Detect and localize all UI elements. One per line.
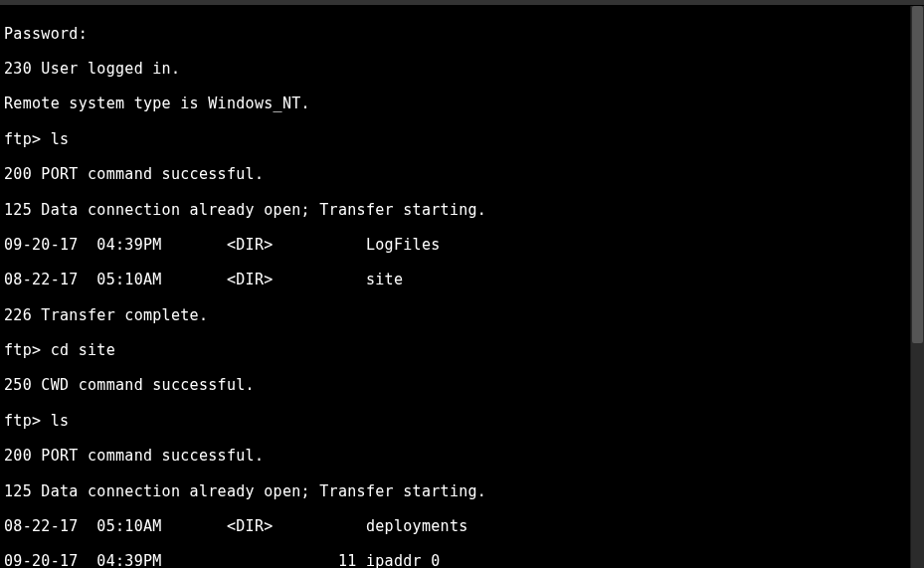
- ftp-command: ls: [51, 130, 70, 148]
- ftp-command-line: ftp> cd site: [4, 342, 920, 360]
- password-prompt: Password:: [4, 26, 920, 44]
- login-message: 230 User logged in.: [4, 61, 920, 79]
- port-message: 200 PORT command successful.: [4, 448, 920, 466]
- terminal-output[interactable]: Password: 230 User logged in. Remote sys…: [0, 6, 924, 568]
- listing-row: 09-20-17 04:39PM 11 ipaddr_0: [4, 553, 920, 568]
- system-type: Remote system type is Windows_NT.: [4, 95, 920, 113]
- listing-row: 08-22-17 05:10AM <DIR> deployments: [4, 518, 920, 536]
- cwd-message: 250 CWD command successful.: [4, 377, 920, 395]
- port-message: 200 PORT command successful.: [4, 166, 920, 184]
- scrollbar-thumb[interactable]: [912, 6, 923, 343]
- ftp-prompt: ftp>: [4, 341, 51, 359]
- ftp-command: ls: [51, 412, 70, 430]
- data-conn-message: 125 Data connection already open; Transf…: [4, 483, 920, 501]
- ftp-command-line: ftp> ls: [4, 413, 920, 431]
- listing-row: 08-22-17 05:10AM <DIR> site: [4, 272, 920, 289]
- transfer-complete: 226 Transfer complete.: [4, 307, 920, 325]
- ftp-prompt: ftp>: [4, 130, 51, 148]
- scrollbar[interactable]: [910, 6, 924, 568]
- data-conn-message: 125 Data connection already open; Transf…: [4, 202, 920, 220]
- ftp-prompt: ftp>: [4, 412, 51, 430]
- ftp-command: cd site: [51, 341, 115, 359]
- ftp-command-line: ftp> ls: [4, 131, 920, 149]
- listing-row: 09-20-17 04:39PM <DIR> LogFiles: [4, 237, 920, 255]
